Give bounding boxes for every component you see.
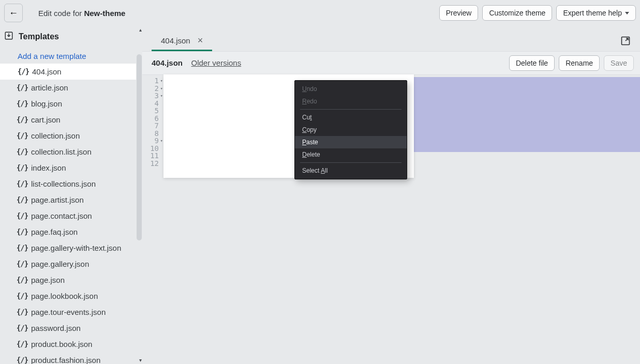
sidebar-file-item[interactable]: {/}page.lookbook.json: [0, 288, 142, 304]
sidebar-file-item[interactable]: {/}product.book.json: [0, 336, 142, 352]
json-file-icon: {/}: [18, 83, 27, 93]
sidebar-file-label: page.gallery.json: [31, 259, 89, 269]
sidebar-file-item[interactable]: {/}404.json: [0, 64, 142, 80]
fold-marker-icon[interactable]: ▾: [160, 92, 163, 100]
sidebar-file-item[interactable]: {/}page.tour-events.json: [0, 304, 142, 320]
json-file-icon: {/}: [18, 243, 27, 253]
sidebar-file-label: index.json: [31, 162, 66, 173]
topbar: ← Edit code for New-theme Preview Custom…: [0, 0, 640, 26]
json-file-icon: {/}: [18, 323, 27, 333]
context-redo-rest: edo: [307, 98, 317, 105]
sidebar-file-item[interactable]: {/}page.gallery.json: [0, 256, 142, 272]
scroll-up-arrow-icon[interactable]: ▴: [139, 27, 142, 33]
json-file-icon: {/}: [18, 163, 27, 173]
line-gutter: 1▾2▾3▾456789▾101112: [142, 77, 164, 167]
expert-help-label: Expert theme help: [563, 9, 622, 17]
sidebar-section-label: Templates: [19, 32, 59, 41]
chevron-down-icon: [625, 12, 629, 14]
fold-marker-icon[interactable]: ▾: [160, 77, 163, 85]
sidebar-file-label: page.faq.json: [31, 226, 78, 237]
header-title-bold: New-theme: [84, 9, 125, 18]
header-title: Edit code for New-theme: [38, 9, 125, 18]
fold-marker-icon[interactable]: ▾: [160, 137, 163, 145]
context-menu-undo: Undo: [295, 83, 407, 95]
sidebar-file-item[interactable]: {/}cart.json: [0, 112, 142, 128]
sidebar-section-header[interactable]: Templates: [0, 26, 142, 49]
add-template-link[interactable]: Add a new template: [0, 49, 142, 64]
sidebar-file-item[interactable]: {/}article.json: [0, 80, 142, 96]
sidebar-file-label: product.fashion.json: [31, 355, 100, 364]
context-undo-rest: ndo: [307, 85, 317, 93]
file-toolbar-left: 404.json Older versions: [152, 58, 241, 68]
context-menu-delete[interactable]: Delete: [295, 148, 407, 161]
file-toolbar: 404.json Older versions Delete file Rena…: [142, 51, 640, 75]
customize-theme-button[interactable]: Customize theme: [482, 5, 552, 21]
context-menu-copy[interactable]: Copy: [295, 124, 407, 136]
json-file-icon: {/}: [18, 131, 27, 141]
sidebar-file-label: page.json: [31, 275, 65, 285]
sidebar-scrollbar-thumb[interactable]: [137, 54, 142, 240]
sidebar-file-item[interactable]: {/}collection.list.json: [0, 144, 142, 160]
sidebar-file-label: page.tour-events.json: [31, 307, 106, 317]
rename-button[interactable]: Rename: [559, 55, 600, 71]
sidebar-file-label: collection.list.json: [31, 146, 92, 157]
sidebar-file-label: cart.json: [31, 114, 61, 125]
sidebar-file-label: blog.json: [31, 98, 62, 109]
expert-help-button[interactable]: Expert theme help: [556, 5, 636, 21]
json-file-icon: {/}: [18, 179, 27, 189]
expand-icon: [620, 39, 631, 48]
sidebar-file-item[interactable]: {/}page.contact.json: [0, 208, 142, 224]
topbar-actions: Preview Customize theme Expert theme hel…: [439, 5, 636, 21]
save-button[interactable]: Save: [604, 55, 634, 71]
sidebar: Templates Add a new template {/}404.json…: [0, 26, 142, 364]
sidebar-file-item[interactable]: {/}page.gallery-with-text.json: [0, 240, 142, 256]
tab-404-json[interactable]: 404.json ×: [152, 29, 212, 51]
sidebar-file-label: password.json: [31, 323, 81, 333]
sidebar-scrollbar-track[interactable]: ▴ ▾: [136, 26, 142, 364]
download-icon: [4, 31, 13, 42]
preview-button[interactable]: Preview: [439, 5, 479, 21]
json-file-icon: {/}: [18, 259, 27, 269]
context-menu-select-all[interactable]: Select All: [295, 164, 407, 177]
fold-marker-icon[interactable]: ▾: [160, 85, 163, 93]
sidebar-file-item[interactable]: {/}password.json: [0, 320, 142, 336]
tab-label: 404.json: [161, 36, 190, 45]
sidebar-file-item[interactable]: {/}page.artist.json: [0, 192, 142, 208]
sidebar-file-item[interactable]: {/}page.json: [0, 272, 142, 288]
open-file-title: 404.json: [152, 58, 183, 67]
sidebar-file-item[interactable]: {/}page.faq.json: [0, 224, 142, 240]
sidebar-file-label: page.lookbook.json: [31, 291, 98, 301]
expand-editor-button[interactable]: [617, 33, 634, 51]
sidebar-file-label: 404.json: [32, 66, 62, 77]
sidebar-scroll[interactable]: Templates Add a new template {/}404.json…: [0, 26, 142, 364]
sidebar-file-item[interactable]: {/}blog.json: [0, 96, 142, 112]
context-menu: Undo Redo Cut Copy Paste Delete Select A…: [294, 80, 407, 179]
topbar-left: ← Edit code for New-theme: [4, 4, 125, 22]
json-file-icon: {/}: [18, 291, 27, 301]
header-title-pre: Edit code for: [38, 9, 84, 18]
sidebar-file-item[interactable]: {/}collection.json: [0, 128, 142, 144]
scroll-down-arrow-icon[interactable]: ▾: [139, 357, 142, 363]
older-versions-link[interactable]: Older versions: [191, 58, 241, 67]
context-menu-paste[interactable]: Paste: [295, 136, 407, 148]
sidebar-file-item[interactable]: {/}index.json: [0, 160, 142, 176]
sidebar-file-label: page.contact.json: [31, 210, 92, 221]
sidebar-file-item[interactable]: {/}list-collections.json: [0, 176, 142, 192]
sidebar-file-label: page.artist.json: [31, 194, 84, 205]
tabs-row: 404.json ×: [142, 26, 640, 51]
json-file-icon: {/}: [18, 355, 27, 364]
context-menu-cut[interactable]: Cut: [295, 111, 407, 124]
json-file-icon: {/}: [18, 115, 27, 125]
sidebar-file-label: list-collections.json: [31, 178, 96, 189]
json-file-icon: {/}: [19, 67, 28, 77]
delete-file-button[interactable]: Delete file: [509, 55, 555, 71]
json-file-icon: {/}: [18, 147, 27, 157]
json-file-icon: {/}: [18, 99, 27, 109]
json-file-icon: {/}: [18, 227, 27, 237]
sidebar-file-label: article.json: [31, 82, 68, 93]
sidebar-file-item[interactable]: {/}product.fashion.json: [0, 352, 142, 364]
close-icon[interactable]: ×: [198, 36, 203, 45]
back-button[interactable]: ←: [4, 4, 23, 22]
sidebar-file-label: collection.json: [31, 130, 80, 141]
json-file-icon: {/}: [18, 339, 27, 350]
